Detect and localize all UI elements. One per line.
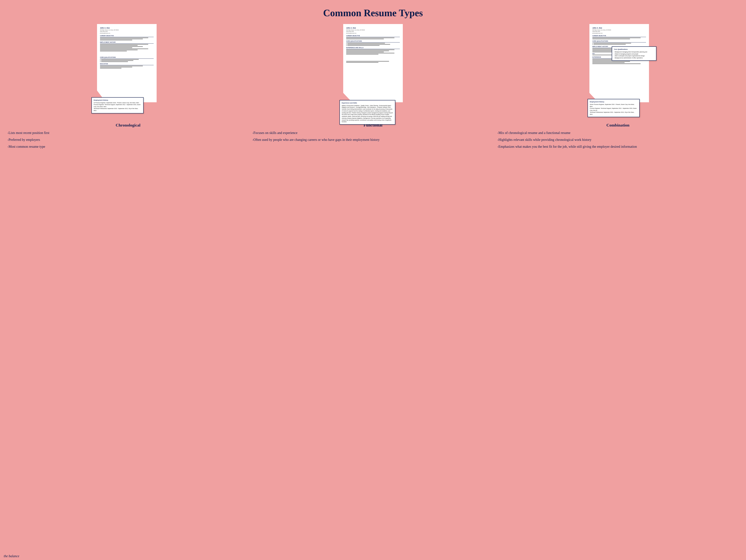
combo-bottom-line-3: Technical Professional, September 2010 -…: [590, 111, 637, 115]
chrono-obj-line-2: [100, 38, 143, 39]
combo-callout-bottom-title: Employment History: [590, 101, 637, 103]
chrono-career-obj-title: CAREER OBJECTIVE: [100, 35, 154, 36]
chronological-wrapper: John A. Doe 935 Main Street, Ann Arbor, …: [97, 24, 156, 102]
functional-wrapper: John A. Doe 935 Main Street, Ann Arbor, …: [343, 24, 403, 102]
func-callout-box: Experience and Skills Skilled in Governm…: [340, 100, 395, 125]
func-qual-1: [346, 43, 400, 44]
chrono-emp-line-1: [100, 44, 148, 45]
chrono-callout-box: Employment History Sr Process Engineer, …: [91, 97, 144, 114]
chrono-callout-title: Employment History: [94, 99, 141, 101]
func-core-qual-title: CORE QUALIFICATIONS: [346, 40, 400, 42]
combo-bottom-line-1: Senior Process Engineer, September 2016 …: [590, 104, 637, 108]
chrono-emp-line-4: [100, 47, 132, 48]
chrono-edu-title: EDUCATION: [100, 63, 154, 64]
chrono-desc-item-1: -Lists most recent position first: [7, 131, 249, 135]
func-contact: 935 Main Street, Ann Arbor, MI 55333 (22…: [346, 29, 400, 34]
func-line-1: [346, 37, 400, 37]
chrono-name: John A. Doe: [100, 27, 154, 29]
combo-description: Combination -Mix of chronological resume…: [497, 123, 739, 151]
combo-desc-item-1: -Mix of chronological resume and a funct…: [497, 131, 739, 135]
description-section: Chronological -Lists most recent positio…: [4, 121, 742, 155]
func-description: Functional -Focuses on skills and experi…: [252, 123, 493, 151]
func-qual-3: [346, 45, 400, 46]
chrono-edu-line-2: [100, 67, 132, 67]
chrono-emp-line-2: [100, 45, 138, 46]
func-exp-line-5: [346, 54, 378, 55]
combo-top-line-2: - Adept at managing programs and people: [614, 53, 654, 55]
combo-line-1: [592, 37, 646, 37]
chrono-callout-line-2: Process Engineer: Technical Support, Sep…: [94, 104, 141, 108]
combo-obj-1: [592, 37, 640, 38]
functional-resume-card: John A. Doe 935 Main Street, Ann Arbor, …: [343, 24, 403, 102]
func-callout-title: Experience and Skills: [342, 102, 393, 104]
combo-bottom-line-2: Process Engineer: Technical Support, Sep…: [590, 108, 637, 111]
func-line-2: [346, 42, 400, 43]
chrono-callout-line-1: Sr Process Engineer, September 2016 - Pr…: [94, 102, 141, 104]
func-desc-item-1: -Focuses on skills and experience: [252, 131, 493, 135]
func-career-obj-title: CAREER OBJECTIVE: [346, 35, 400, 36]
chrono-qual-2: [100, 60, 154, 61]
func-footer-1: [346, 61, 389, 62]
functional-column: John A. Doe 935 Main Street, Ann Arbor, …: [252, 24, 494, 102]
chrono-emp-hist-title: EMPLOYMENT HISTORY: [100, 41, 154, 43]
combination-resume-card: John A. Doe 935 Main Street, Ann Arbor, …: [590, 24, 649, 102]
combo-callout-bottom: Employment History Senior Process Engine…: [587, 99, 640, 117]
chrono-edu-line-1: [100, 65, 143, 66]
chrono-qual-1: [100, 59, 154, 60]
chrono-emp-line-3: [100, 46, 143, 47]
combo-contact: 935 Main Street, Ann Arbor, MI 55333 (22…: [592, 29, 646, 34]
chrono-line-3: [100, 58, 154, 59]
chrono-emp-line-7: [100, 51, 127, 51]
chrono-core-qual-title: CORE QUALIFICATIONS: [100, 57, 154, 58]
combo-desc-item-3: -Emphasizes what makes you the best fit …: [497, 144, 739, 149]
combination-wrapper: Core Qualifications - Background managin…: [590, 24, 649, 102]
watermark: the balance: [4, 554, 19, 558]
combo-callout-top: Core Qualifications - Background managin…: [612, 47, 656, 61]
chronological-resume-card: John A. Doe 935 Main Street, Ann Arbor, …: [97, 24, 156, 102]
func-callout-body: Skilled in Government Guidelines - Quali…: [342, 105, 393, 123]
page-title: Common Resume Types: [4, 4, 742, 24]
combo-exp-3: [592, 61, 630, 62]
func-exp-line-3: [346, 52, 384, 52]
combo-qual-1: [592, 43, 646, 44]
chrono-emp-line-5: [100, 49, 148, 49]
chrono-desc-item-3: -Most common resume type: [7, 144, 249, 149]
chrono-obj-line-3: [100, 40, 132, 40]
combo-qual-2: [592, 44, 646, 45]
combo-obj-2: [592, 38, 630, 39]
chrono-qual-3: [100, 61, 154, 62]
func-exp-line-2: [346, 51, 389, 51]
combo-top-line-3: - Able to anticipate and project organiz…: [614, 55, 654, 57]
func-obj-line-1: [346, 37, 394, 38]
chronological-column: John A. Doe 935 Main Street, Ann Arbor, …: [6, 24, 248, 102]
chrono-desc-title: Chronological: [7, 123, 249, 128]
combo-top-line-1: - Background managing direct transporati…: [614, 51, 654, 53]
chrono-contact: 935 Main Street, Ann Arbor, MI 55333 (22…: [100, 29, 154, 34]
func-exp-line-1: [346, 49, 394, 50]
chrono-callout-line-3: Technical Professional, September 2010 -…: [94, 108, 141, 112]
chrono-obj-line-1: [100, 37, 148, 38]
resumes-row: John A. Doe 935 Main Street, Ann Arbor, …: [4, 24, 742, 106]
combination-column: Core Qualifications - Background managin…: [498, 24, 740, 102]
func-qual-2: [346, 44, 400, 45]
combo-callout-top-title: Core Qualifications: [614, 48, 654, 51]
combo-exp-4: [592, 62, 625, 63]
combo-desc-title: Combination: [497, 123, 739, 128]
combo-career-obj-title: CAREER OBJECTIVE: [592, 35, 646, 36]
chrono-line-1: [100, 37, 154, 37]
combo-core-qual-title: CORE QUALIFICATIONS: [592, 40, 646, 42]
combo-desc-item-2: -Highlights relevant skills while provid…: [497, 138, 739, 142]
func-exp-skills-title: EXPERIENCE AND SKILLS: [346, 47, 400, 48]
chrono-emp-line-6: [100, 50, 138, 50]
chrono-description: Chronological -Lists most recent positio…: [7, 123, 249, 151]
func-exp-line-4: [346, 53, 394, 53]
combo-top-line-4: - Background as administrator of office …: [614, 57, 654, 59]
func-footer-2: [346, 62, 378, 63]
func-desc-item-2: -Often used by people who are changing c…: [252, 138, 493, 142]
chrono-edu-line-3: [100, 68, 121, 68]
combo-exp-5: [592, 63, 640, 64]
combo-line-2: [592, 42, 646, 43]
combo-name: John A. Doe: [592, 27, 646, 29]
chrono-desc-item-2: -Preferred by employers: [7, 138, 249, 142]
func-name: John A. Doe: [346, 27, 400, 29]
